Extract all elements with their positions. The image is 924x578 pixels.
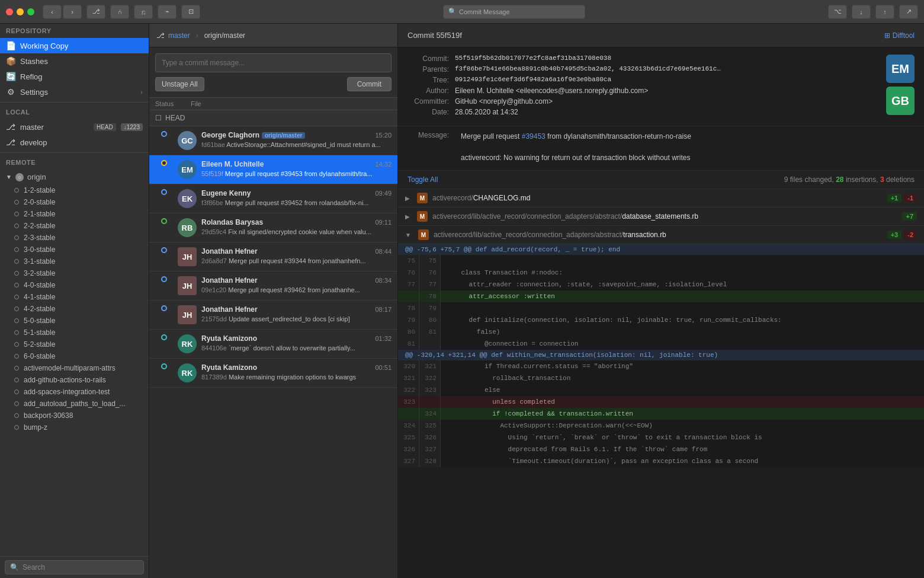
remote-branch-4-2-stable[interactable]: 4-2-stable <box>0 303 149 315</box>
commit-message-input[interactable] <box>155 53 392 72</box>
graph-dot <box>161 160 167 166</box>
remote-branch-2-2-stable[interactable]: 2-2-stable <box>0 220 149 232</box>
branch-name: 5-2-stable <box>24 340 55 349</box>
commit-author: Ryuta Kamizono <box>201 363 257 372</box>
repository-label: Repository <box>0 24 149 38</box>
commit-author: Rolandas Barysas <box>201 218 263 226</box>
remote-branch-bump[interactable]: bump-z <box>0 421 149 433</box>
author-label: Author: <box>408 87 455 95</box>
deletions-badge: -1 <box>904 194 917 202</box>
right-header: Commit 55f519f ⊞ Difftool <box>398 24 924 47</box>
remote-branch-3-2-stable[interactable]: 3-2-stable <box>0 267 149 279</box>
diff-line-code <box>441 255 924 267</box>
tree-label: Tree: <box>408 76 455 84</box>
unstage-all-button[interactable]: Unstage All <box>155 77 204 91</box>
push-button[interactable]: ↑ <box>875 5 894 19</box>
commit-item[interactable]: RK Ryuta Kamizono 01:32 844106e `merge` … <box>149 330 397 359</box>
difftool-button[interactable]: ⊞ Difftool <box>884 31 915 40</box>
share-button[interactable]: ↗ <box>899 5 918 19</box>
breadcrumb-sep: › <box>196 31 198 40</box>
commit-button[interactable]: Commit <box>347 77 392 91</box>
merge-button[interactable]: ⌥ <box>828 5 847 19</box>
graph-button[interactable]: ⊡ <box>181 5 200 19</box>
toggle-all-button[interactable]: Toggle All <box>408 175 438 184</box>
remote-branch-add-spaces[interactable]: add-spaces-integration-test <box>0 386 149 398</box>
commit-item[interactable]: JH Jonathan Hefner 08:34 09e1c20 Merge p… <box>149 272 397 301</box>
diff-line: 320 321 if Thread.current.status == "abo… <box>398 360 924 372</box>
remote-branch-activemodel[interactable]: activemodel-multiparam-attrs <box>0 362 149 374</box>
remote-branch-2-1-stable[interactable]: 2-1-stable <box>0 208 149 220</box>
close-button[interactable] <box>6 8 13 15</box>
remote-branch-3-0-stable[interactable]: 3-0-stable <box>0 244 149 256</box>
pr-link[interactable]: #39453 <box>522 132 546 140</box>
remote-branch-5-1-stable[interactable]: 5-1-stable <box>0 327 149 339</box>
pull-button[interactable]: ↓ <box>852 5 871 19</box>
search-box[interactable]: 🔍 Search <box>5 560 144 574</box>
file-path: activerecord/lib/active_record/connectio… <box>434 231 885 239</box>
remote-branch-add-github[interactable]: add-github-actions-to-rails <box>0 374 149 386</box>
diff-file-header[interactable]: ▶ M activerecord/CHANGELOG.md +1 -1 <box>398 189 924 207</box>
commit-item[interactable]: EK Eugene Kenny 09:49 f3f86be Merge pull… <box>149 184 397 213</box>
sidebar-branch-develop[interactable]: ⎇ develop <box>0 135 149 150</box>
remote-branch-3-1-stable[interactable]: 3-1-stable <box>0 256 149 267</box>
remote-branch-2-0-stable[interactable]: 2-0-stable <box>0 196 149 208</box>
commit-time: 08:17 <box>375 306 392 313</box>
branch-name: 6-0-stable <box>24 352 55 360</box>
remote-branch-add-autoload[interactable]: add_autoload_paths_to_load_... <box>0 398 149 410</box>
tag-button[interactable]: ⑃ <box>110 5 129 19</box>
commit-item[interactable]: RB Rolandas Barysas 09:11 29d59c4 Fix ni… <box>149 213 397 242</box>
sidebar-item-stashes[interactable]: 📦 Stashes <box>0 53 149 69</box>
line-num-new: 77 <box>419 279 441 290</box>
remote-branch-5-2-stable[interactable]: 5-2-stable <box>0 339 149 350</box>
diff-line-code: if Thread.current.status == "aborting" <box>441 360 924 372</box>
branch-name: 2-1-stable <box>24 210 55 218</box>
remote-divider <box>0 152 149 153</box>
checkbox-icon: ☐ <box>155 114 162 122</box>
sidebar-item-reflog[interactable]: 🔄 Reflog <box>0 69 149 84</box>
maximize-button[interactable] <box>27 8 34 15</box>
file-path: activerecord/CHANGELOG.md <box>432 194 885 202</box>
author-value: Eileen M. Uchitelle <eileencodes@users.n… <box>455 87 648 95</box>
remote-branch-2-3-stable[interactable]: 2-3-stable <box>0 232 149 244</box>
file-col-header: File <box>191 100 392 107</box>
sidebar-item-settings[interactable]: ⚙ Settings › <box>0 84 149 100</box>
commit-item[interactable]: JH Jonathan Hefner 08:44 2d6a8d7 Merge p… <box>149 242 397 272</box>
remote-branch-5-0-stable[interactable]: 5-0-stable <box>0 315 149 327</box>
remote-branch-backport[interactable]: backport-30638 <box>0 410 149 421</box>
commit-content: Jonathan Hefner 08:17 21575dd Update ass… <box>201 305 392 323</box>
diff-file-header[interactable]: ▼ M activerecord/lib/active_record/conne… <box>398 226 924 244</box>
diff-hunk-header: @@ -320,14 +321,14 @@ def within_new_tra… <box>398 350 924 360</box>
commit-item[interactable]: GC George Claghornorigin/master 15:20 fd… <box>149 126 397 155</box>
search-icon: 🔍 <box>448 8 457 15</box>
sidebar-branch-master[interactable]: ⎇ master HEAD ↓1223 <box>0 119 149 135</box>
commit-item[interactable]: JH Jonathan Hefner 08:17 21575dd Update … <box>149 301 397 330</box>
forward-button[interactable]: › <box>63 5 82 19</box>
line-num-old <box>398 290 419 302</box>
stashes-icon: 📦 <box>6 56 15 66</box>
commit-message: Merge pull request #39344 from jonathanh… <box>229 257 366 264</box>
stash-button[interactable]: ⎌ <box>134 5 153 19</box>
remote-branch-4-1-stable[interactable]: 4-1-stable <box>0 291 149 303</box>
current-branch[interactable]: master <box>168 31 190 40</box>
back-button[interactable]: ‹ <box>43 5 62 19</box>
remote-branch-1-2-stable[interactable]: 1-2-stable <box>0 184 149 196</box>
remote-branch-6-0-stable[interactable]: 6-0-stable <box>0 350 149 362</box>
minimize-button[interactable] <box>17 8 24 15</box>
avatar: EM <box>178 160 197 179</box>
toolbar-search[interactable]: 🔍 Commit Message <box>443 5 585 19</box>
insertions-count: 28 <box>836 175 843 184</box>
remote-branch-4-0-stable[interactable]: 4-0-stable <box>0 279 149 291</box>
difftool-label: Difftool <box>893 31 915 40</box>
line-num-old: 78 <box>398 302 419 314</box>
diff-file-header[interactable]: ▶ M activerecord/lib/active_record/conne… <box>398 207 924 226</box>
commit-item[interactable]: EM Eileen M. Uchitelle 14:32 55f519f Mer… <box>149 155 397 184</box>
branch-button[interactable]: ⎇ <box>86 5 105 19</box>
avatar: RB <box>178 218 197 237</box>
sidebar-origin-header[interactable]: ▼ ○ origin <box>0 170 149 184</box>
line-num-old: 75 <box>398 255 419 267</box>
commit-item[interactable]: RK Ryuta Kamizono 00:51 817389d Make rem… <box>149 359 397 388</box>
origin-icon: ○ <box>15 173 24 181</box>
line-num-new <box>419 338 441 350</box>
fetch-button[interactable]: ⌁ <box>158 5 177 19</box>
sidebar-item-working-copy[interactable]: 📄 Working Copy <box>0 38 149 53</box>
